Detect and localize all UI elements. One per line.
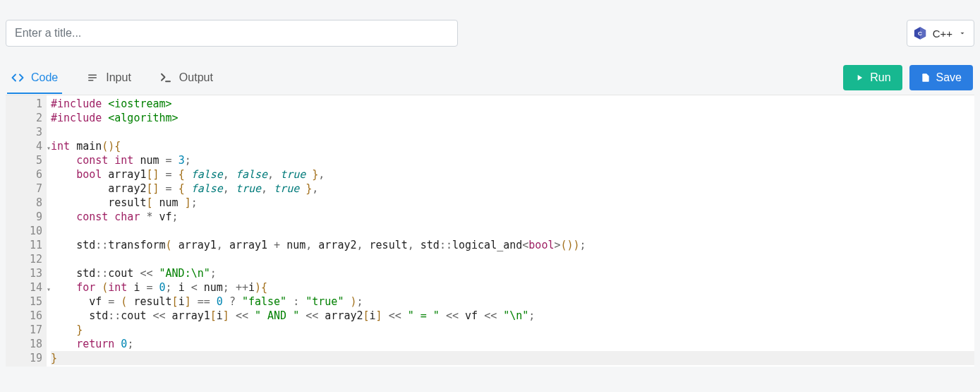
save-button[interactable]: Save	[909, 65, 973, 90]
code-line[interactable]: for (int i = 0; i < num; ++i){	[51, 280, 974, 295]
code-line[interactable]	[51, 125, 974, 139]
svg-text:C: C	[918, 30, 922, 37]
code-area[interactable]: #include <iostream>#include <algorithm>i…	[47, 95, 974, 367]
tab-input-label: Input	[106, 71, 131, 84]
file-icon	[921, 72, 931, 83]
cpp-icon: C	[913, 26, 927, 40]
tab-code[interactable]: Code	[7, 66, 62, 94]
line-number-gutter: 1234▾567891011121314▾1516171819	[6, 95, 47, 367]
code-icon	[11, 71, 24, 84]
run-button-label: Run	[870, 71, 890, 84]
code-line[interactable]: bool array1[] = { false, false, true },	[51, 167, 974, 182]
save-button-label: Save	[936, 71, 962, 84]
language-label: C++	[933, 28, 952, 40]
input-icon	[86, 71, 99, 84]
code-line[interactable]: }	[51, 323, 974, 337]
code-line[interactable]: vf = ( result[i] == 0 ? "false" : "true"…	[51, 295, 974, 309]
language-selector[interactable]: C C++	[907, 20, 974, 47]
title-input[interactable]	[6, 20, 458, 47]
tab-input[interactable]: Input	[82, 66, 135, 94]
code-line[interactable]: const int num = 3;	[51, 153, 974, 167]
tab-output-label: Output	[179, 71, 213, 84]
code-line[interactable]: std::cout << array1[i] << " AND " << arr…	[51, 309, 974, 323]
code-line[interactable]	[51, 224, 974, 238]
code-line[interactable]: #include <algorithm>	[51, 111, 974, 125]
tab-output[interactable]: Output	[155, 66, 217, 94]
code-line[interactable]: std::cout << "AND:\n";	[51, 266, 974, 280]
terminal-icon	[159, 71, 172, 84]
code-line[interactable]: array2[] = { false, true, true },	[51, 182, 974, 196]
code-line[interactable]: return 0;	[51, 337, 974, 351]
code-line[interactable]: #include <iostream>	[51, 97, 974, 111]
code-line[interactable]: }	[51, 351, 974, 365]
tab-code-label: Code	[31, 71, 58, 84]
code-line[interactable]: const char * vf;	[51, 210, 974, 224]
play-icon	[854, 73, 864, 83]
code-line[interactable]: result[ num ];	[51, 196, 974, 210]
chevron-down-icon	[958, 29, 967, 37]
run-button[interactable]: Run	[843, 65, 902, 90]
code-line[interactable]: std::transform( array1, array1 + num, ar…	[51, 238, 974, 252]
code-editor[interactable]: 1234▾567891011121314▾1516171819 #include…	[6, 95, 974, 367]
code-line[interactable]	[51, 252, 974, 266]
code-line[interactable]: int main(){	[51, 139, 974, 153]
